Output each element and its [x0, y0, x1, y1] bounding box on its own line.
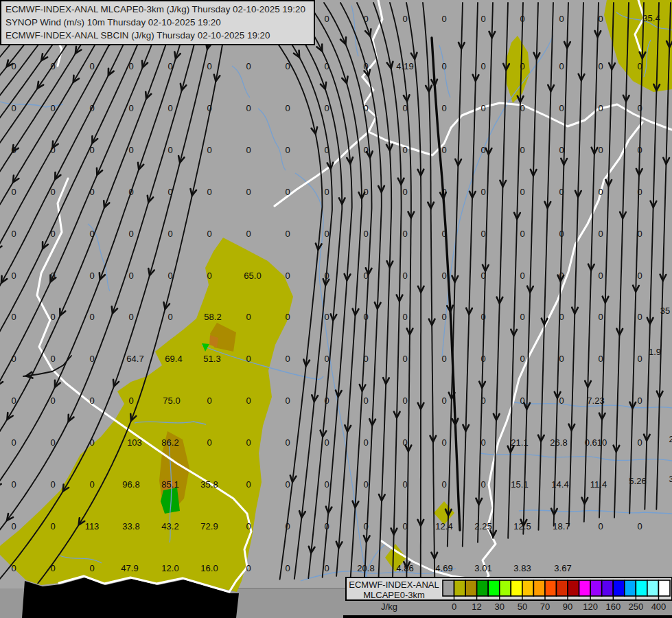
- grid-zero-label: 0: [128, 103, 133, 113]
- grid-value-label: 16.0: [200, 563, 218, 573]
- grid-value-label: 86.2: [161, 437, 178, 448]
- grid-edge-label: 3: [669, 474, 672, 484]
- grid-zero-label: 0: [441, 437, 446, 448]
- grid-value-label: 3.83: [513, 563, 531, 573]
- grid-value-label: 58.2: [204, 312, 221, 322]
- legend-color-swatch: [658, 580, 670, 596]
- grid-value-label: 96.8: [122, 479, 139, 490]
- grid-zero-label: 0: [402, 271, 407, 281]
- legend-color-swatch: [488, 580, 500, 596]
- grid-zero-label: 0: [167, 103, 172, 113]
- grid-zero-label: 0: [285, 229, 290, 239]
- grid-zero-label: 0: [598, 229, 603, 239]
- grid-zero-label: 0: [128, 145, 133, 155]
- grid-value-label: 65.0: [244, 271, 261, 281]
- grid-zero-label: 0: [246, 61, 251, 71]
- grid-zero-label: 0: [402, 354, 407, 364]
- grid-zero-label: 0: [441, 354, 446, 364]
- grid-zero-label: 0: [89, 271, 94, 281]
- legend-color-swatch: [590, 580, 602, 596]
- grid-zero-label: 0: [246, 521, 251, 531]
- grid-zero-label: 0: [480, 145, 485, 155]
- grid-zero-label: 0: [50, 103, 55, 113]
- weather-map-screenshot: 0000000000000000000000000000000000000113…: [0, 0, 672, 618]
- grid-zero-label: 0: [480, 312, 485, 322]
- grid-zero-label: 0: [598, 61, 603, 71]
- grid-zero-label: 0: [363, 396, 368, 406]
- grid-value-label: 3.01: [474, 563, 491, 573]
- grid-zero-label: 0: [246, 437, 251, 448]
- legend-title-line2: MLCAPE0-3km: [363, 590, 425, 600]
- grid-zero-label: 0: [598, 14, 603, 24]
- grid-zero-label: 0: [402, 14, 407, 24]
- legend-tick-label: 160: [605, 602, 621, 612]
- grid-edge-label: 1.9: [649, 347, 661, 357]
- legend-tick-label: 90: [563, 602, 572, 612]
- grid-edge-label: 35.4: [642, 13, 660, 23]
- grid-zero-label: 0: [559, 145, 564, 155]
- grid-zero-label: 0: [520, 229, 524, 239]
- grid-zero-label: 0: [50, 563, 55, 573]
- grid-zero-label: 0: [441, 61, 446, 71]
- grid-zero-label: 0: [637, 271, 642, 281]
- grid-zero-label: 0: [324, 229, 329, 239]
- grid-zero-label: 0: [89, 479, 94, 490]
- grid-zero-label: 0: [128, 271, 133, 281]
- grid-zero-label: 0: [480, 229, 485, 239]
- grid-zero-label: 0: [520, 187, 524, 197]
- grid-zero-label: 0: [11, 229, 16, 239]
- grid-zero-label: 0: [285, 312, 290, 322]
- grid-zero-label: 0: [285, 437, 290, 448]
- legend-units: J/kg: [381, 602, 397, 612]
- legend-color-swatch: [647, 580, 659, 596]
- grid-zero-label: 0: [11, 521, 16, 531]
- grid-value-label: 35.8: [200, 479, 218, 490]
- grid-zero-label: 0: [246, 396, 251, 406]
- grid-zero-label: 0: [598, 103, 603, 113]
- grid-zero-label: 0: [167, 145, 172, 155]
- grid-zero-label: 0: [441, 271, 446, 281]
- grid-zero-label: 0: [402, 145, 407, 155]
- grid-zero-label: 0: [324, 187, 329, 197]
- grid-zero-label: 0: [11, 187, 16, 197]
- grid-zero-label: 0: [441, 396, 446, 406]
- weather-map-canvas: 0000000000000000000000000000000000000113…: [0, 0, 672, 618]
- legend-color-swatch: [557, 580, 568, 596]
- grid-zero-label: 0: [285, 187, 290, 197]
- grid-zero-label: 0: [402, 396, 407, 406]
- grid-zero-label: 0: [637, 437, 642, 448]
- grid-zero-label: 0: [324, 437, 329, 448]
- legend-bottom-strip: [343, 615, 672, 618]
- grid-zero-label: 0: [598, 521, 603, 531]
- grid-zero-label: 0: [207, 187, 211, 197]
- grid-zero-label: 0: [207, 437, 211, 448]
- legend-color-swatch: [579, 580, 591, 596]
- grid-zero-label: 0: [207, 396, 211, 406]
- grid-zero-label: 0: [246, 145, 251, 155]
- grid-zero-label: 0: [207, 229, 211, 239]
- grid-zero-label: 0: [559, 396, 564, 406]
- grid-zero-label: 0: [167, 271, 172, 281]
- legend-color-swatch: [625, 580, 636, 596]
- grid-zero-label: 0: [50, 396, 55, 406]
- grid-zero-label: 0: [89, 563, 94, 573]
- grid-zero-label: 0: [128, 396, 133, 406]
- legend-tick-label: 0: [452, 602, 456, 612]
- grid-value-label: 33.8: [122, 521, 139, 531]
- grid-value-label: 47.9: [121, 563, 138, 573]
- legend-tick-label: 120: [583, 602, 598, 612]
- grid-zero-label: 0: [324, 479, 329, 490]
- grid-zero-label: 0: [441, 479, 446, 490]
- grid-value-label: 64.7: [126, 354, 143, 364]
- grid-zero-label: 0: [207, 271, 211, 281]
- grid-zero-label: 0: [520, 271, 524, 281]
- grid-zero-label: 0: [89, 396, 94, 406]
- grid-zero-label: 0: [246, 563, 251, 573]
- grid-zero-label: 0: [324, 103, 329, 113]
- grid-zero-label: 0: [128, 229, 133, 239]
- grid-zero-label: 0: [50, 312, 55, 322]
- grid-zero-label: 0: [637, 396, 642, 406]
- grid-zero-label: 0: [207, 61, 211, 71]
- grid-zero-label: 0: [363, 479, 368, 490]
- legend-tick-label: 50: [518, 602, 527, 612]
